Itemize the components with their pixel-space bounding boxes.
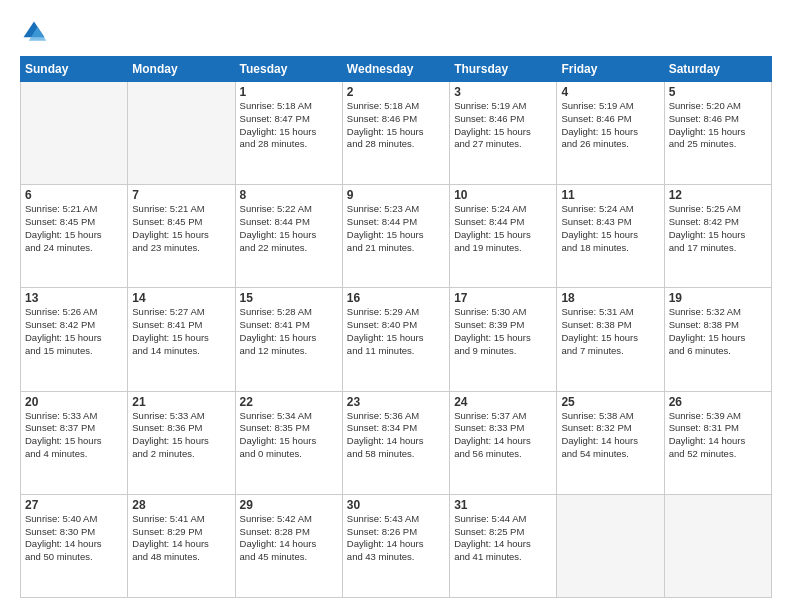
day-number: 30: [347, 498, 445, 512]
day-number: 15: [240, 291, 338, 305]
calendar-cell: 31Sunrise: 5:44 AM Sunset: 8:25 PM Dayli…: [450, 494, 557, 597]
day-number: 8: [240, 188, 338, 202]
day-info: Sunrise: 5:25 AM Sunset: 8:42 PM Dayligh…: [669, 203, 767, 254]
day-info: Sunrise: 5:24 AM Sunset: 8:43 PM Dayligh…: [561, 203, 659, 254]
day-info: Sunrise: 5:21 AM Sunset: 8:45 PM Dayligh…: [25, 203, 123, 254]
day-info: Sunrise: 5:22 AM Sunset: 8:44 PM Dayligh…: [240, 203, 338, 254]
calendar-cell: [21, 82, 128, 185]
calendar-cell: 10Sunrise: 5:24 AM Sunset: 8:44 PM Dayli…: [450, 185, 557, 288]
calendar-cell: 4Sunrise: 5:19 AM Sunset: 8:46 PM Daylig…: [557, 82, 664, 185]
day-number: 27: [25, 498, 123, 512]
day-number: 6: [25, 188, 123, 202]
day-info: Sunrise: 5:23 AM Sunset: 8:44 PM Dayligh…: [347, 203, 445, 254]
day-number: 9: [347, 188, 445, 202]
calendar-cell: 1Sunrise: 5:18 AM Sunset: 8:47 PM Daylig…: [235, 82, 342, 185]
day-info: Sunrise: 5:33 AM Sunset: 8:36 PM Dayligh…: [132, 410, 230, 461]
calendar-header-wednesday: Wednesday: [342, 57, 449, 82]
logo-icon: [20, 18, 48, 46]
day-info: Sunrise: 5:19 AM Sunset: 8:46 PM Dayligh…: [454, 100, 552, 151]
day-number: 22: [240, 395, 338, 409]
logo: [20, 18, 52, 46]
day-info: Sunrise: 5:24 AM Sunset: 8:44 PM Dayligh…: [454, 203, 552, 254]
day-info: Sunrise: 5:28 AM Sunset: 8:41 PM Dayligh…: [240, 306, 338, 357]
day-number: 3: [454, 85, 552, 99]
day-info: Sunrise: 5:30 AM Sunset: 8:39 PM Dayligh…: [454, 306, 552, 357]
calendar-cell: 29Sunrise: 5:42 AM Sunset: 8:28 PM Dayli…: [235, 494, 342, 597]
calendar-week-row: 13Sunrise: 5:26 AM Sunset: 8:42 PM Dayli…: [21, 288, 772, 391]
header: [20, 18, 772, 46]
calendar-cell: 6Sunrise: 5:21 AM Sunset: 8:45 PM Daylig…: [21, 185, 128, 288]
day-info: Sunrise: 5:39 AM Sunset: 8:31 PM Dayligh…: [669, 410, 767, 461]
calendar-cell: 7Sunrise: 5:21 AM Sunset: 8:45 PM Daylig…: [128, 185, 235, 288]
day-number: 16: [347, 291, 445, 305]
day-info: Sunrise: 5:29 AM Sunset: 8:40 PM Dayligh…: [347, 306, 445, 357]
calendar-cell: 22Sunrise: 5:34 AM Sunset: 8:35 PM Dayli…: [235, 391, 342, 494]
calendar-header-monday: Monday: [128, 57, 235, 82]
calendar-header-sunday: Sunday: [21, 57, 128, 82]
day-info: Sunrise: 5:31 AM Sunset: 8:38 PM Dayligh…: [561, 306, 659, 357]
day-number: 20: [25, 395, 123, 409]
calendar-cell: 11Sunrise: 5:24 AM Sunset: 8:43 PM Dayli…: [557, 185, 664, 288]
calendar-cell: [664, 494, 771, 597]
calendar-cell: 27Sunrise: 5:40 AM Sunset: 8:30 PM Dayli…: [21, 494, 128, 597]
calendar-cell: [128, 82, 235, 185]
calendar-cell: 26Sunrise: 5:39 AM Sunset: 8:31 PM Dayli…: [664, 391, 771, 494]
calendar-header-friday: Friday: [557, 57, 664, 82]
day-number: 26: [669, 395, 767, 409]
day-info: Sunrise: 5:33 AM Sunset: 8:37 PM Dayligh…: [25, 410, 123, 461]
day-info: Sunrise: 5:21 AM Sunset: 8:45 PM Dayligh…: [132, 203, 230, 254]
day-info: Sunrise: 5:27 AM Sunset: 8:41 PM Dayligh…: [132, 306, 230, 357]
page: SundayMondayTuesdayWednesdayThursdayFrid…: [0, 0, 792, 612]
calendar-cell: 24Sunrise: 5:37 AM Sunset: 8:33 PM Dayli…: [450, 391, 557, 494]
calendar-cell: 28Sunrise: 5:41 AM Sunset: 8:29 PM Dayli…: [128, 494, 235, 597]
calendar-cell: 15Sunrise: 5:28 AM Sunset: 8:41 PM Dayli…: [235, 288, 342, 391]
day-number: 1: [240, 85, 338, 99]
day-info: Sunrise: 5:34 AM Sunset: 8:35 PM Dayligh…: [240, 410, 338, 461]
calendar-cell: 19Sunrise: 5:32 AM Sunset: 8:38 PM Dayli…: [664, 288, 771, 391]
day-number: 23: [347, 395, 445, 409]
calendar-cell: 21Sunrise: 5:33 AM Sunset: 8:36 PM Dayli…: [128, 391, 235, 494]
day-number: 10: [454, 188, 552, 202]
day-info: Sunrise: 5:38 AM Sunset: 8:32 PM Dayligh…: [561, 410, 659, 461]
day-number: 14: [132, 291, 230, 305]
calendar-cell: 3Sunrise: 5:19 AM Sunset: 8:46 PM Daylig…: [450, 82, 557, 185]
calendar-cell: 25Sunrise: 5:38 AM Sunset: 8:32 PM Dayli…: [557, 391, 664, 494]
day-info: Sunrise: 5:19 AM Sunset: 8:46 PM Dayligh…: [561, 100, 659, 151]
day-info: Sunrise: 5:36 AM Sunset: 8:34 PM Dayligh…: [347, 410, 445, 461]
calendar-header-tuesday: Tuesday: [235, 57, 342, 82]
day-info: Sunrise: 5:18 AM Sunset: 8:47 PM Dayligh…: [240, 100, 338, 151]
calendar-header-row: SundayMondayTuesdayWednesdayThursdayFrid…: [21, 57, 772, 82]
day-number: 25: [561, 395, 659, 409]
calendar-cell: 12Sunrise: 5:25 AM Sunset: 8:42 PM Dayli…: [664, 185, 771, 288]
day-info: Sunrise: 5:20 AM Sunset: 8:46 PM Dayligh…: [669, 100, 767, 151]
calendar-cell: 2Sunrise: 5:18 AM Sunset: 8:46 PM Daylig…: [342, 82, 449, 185]
calendar-cell: 14Sunrise: 5:27 AM Sunset: 8:41 PM Dayli…: [128, 288, 235, 391]
calendar-header-thursday: Thursday: [450, 57, 557, 82]
day-info: Sunrise: 5:41 AM Sunset: 8:29 PM Dayligh…: [132, 513, 230, 564]
calendar-cell: 5Sunrise: 5:20 AM Sunset: 8:46 PM Daylig…: [664, 82, 771, 185]
day-info: Sunrise: 5:18 AM Sunset: 8:46 PM Dayligh…: [347, 100, 445, 151]
calendar-cell: 20Sunrise: 5:33 AM Sunset: 8:37 PM Dayli…: [21, 391, 128, 494]
calendar-cell: [557, 494, 664, 597]
calendar-cell: 30Sunrise: 5:43 AM Sunset: 8:26 PM Dayli…: [342, 494, 449, 597]
calendar-cell: 18Sunrise: 5:31 AM Sunset: 8:38 PM Dayli…: [557, 288, 664, 391]
day-number: 21: [132, 395, 230, 409]
day-number: 2: [347, 85, 445, 99]
day-number: 28: [132, 498, 230, 512]
calendar-cell: 23Sunrise: 5:36 AM Sunset: 8:34 PM Dayli…: [342, 391, 449, 494]
day-number: 17: [454, 291, 552, 305]
calendar-cell: 13Sunrise: 5:26 AM Sunset: 8:42 PM Dayli…: [21, 288, 128, 391]
day-info: Sunrise: 5:43 AM Sunset: 8:26 PM Dayligh…: [347, 513, 445, 564]
day-number: 12: [669, 188, 767, 202]
day-number: 5: [669, 85, 767, 99]
calendar-cell: 16Sunrise: 5:29 AM Sunset: 8:40 PM Dayli…: [342, 288, 449, 391]
day-info: Sunrise: 5:26 AM Sunset: 8:42 PM Dayligh…: [25, 306, 123, 357]
calendar-week-row: 6Sunrise: 5:21 AM Sunset: 8:45 PM Daylig…: [21, 185, 772, 288]
calendar-cell: 9Sunrise: 5:23 AM Sunset: 8:44 PM Daylig…: [342, 185, 449, 288]
day-number: 18: [561, 291, 659, 305]
day-number: 31: [454, 498, 552, 512]
day-number: 11: [561, 188, 659, 202]
day-number: 24: [454, 395, 552, 409]
calendar-header-saturday: Saturday: [664, 57, 771, 82]
day-info: Sunrise: 5:40 AM Sunset: 8:30 PM Dayligh…: [25, 513, 123, 564]
